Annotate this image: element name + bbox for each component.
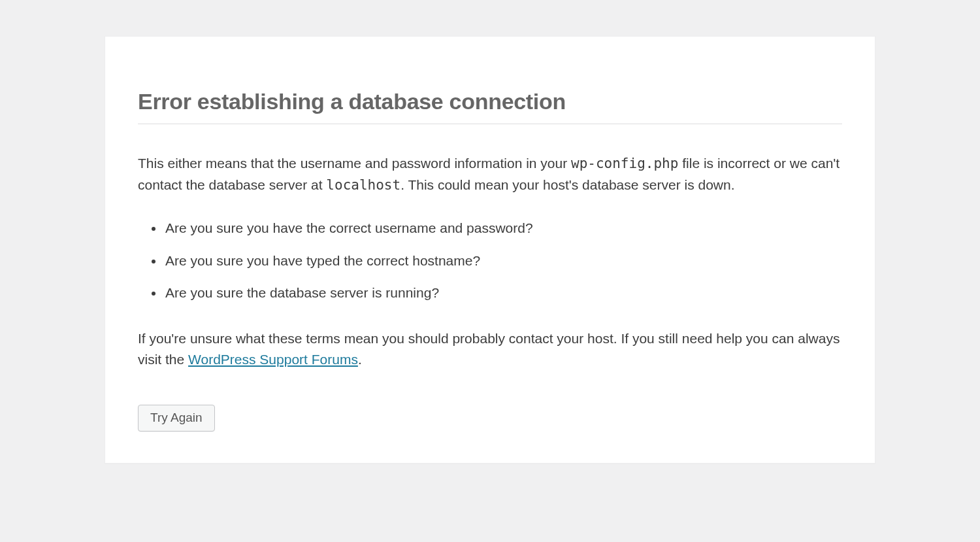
footer-paragraph: If you're unsure what these terms mean y… [138,328,842,371]
try-again-button[interactable]: Try Again [138,405,215,432]
list-item: Are you sure you have the correct userna… [164,218,842,239]
intro-paragraph: This either means that the username and … [138,153,842,195]
list-item: Are you sure you have typed the correct … [164,250,842,271]
code-wp-config: wp-config.php [571,156,678,171]
support-forums-link[interactable]: WordPress Support Forums [188,352,358,367]
footer-text-post: . [358,352,362,367]
list-item: Are you sure the database server is runn… [164,282,842,303]
error-card: Error establishing a database connection… [105,36,875,464]
intro-text-pre: This either means that the username and … [138,156,571,171]
checklist: Are you sure you have the correct userna… [155,218,842,303]
code-localhost: localhost [326,177,400,193]
page-title: Error establishing a database connection [138,89,842,124]
intro-text-post: . This could mean your host's database s… [400,177,734,192]
